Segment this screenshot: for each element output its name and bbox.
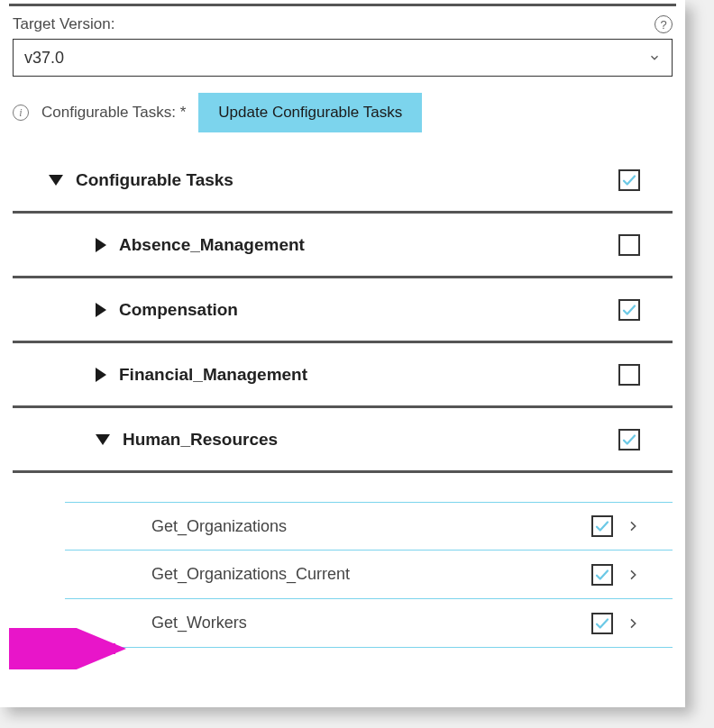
chevron-right-icon[interactable] [626, 515, 640, 537]
tree-item-label: Financial_Management [119, 365, 307, 385]
caret-right-icon[interactable] [96, 368, 106, 382]
help-icon[interactable]: ? [654, 15, 673, 33]
update-configurable-tasks-button[interactable]: Update Configurable Tasks [198, 93, 422, 132]
tree-item-checkbox[interactable] [618, 299, 640, 321]
target-version-select[interactable]: v37.0 [13, 39, 673, 77]
config-panel: Target Version: ? v37.0 i Configurable T… [0, 0, 685, 707]
human-resources-leafs: Get_Organizations Get_Organizations_Curr… [65, 502, 673, 648]
info-icon: i [13, 105, 29, 121]
chevron-down-icon [648, 51, 661, 64]
tree-item-checkbox[interactable] [618, 364, 640, 386]
leaf-get-organizations[interactable]: Get_Organizations [65, 502, 673, 551]
caret-down-icon[interactable] [49, 175, 63, 186]
tree-root-checkbox[interactable] [618, 169, 640, 191]
tree-item-label: Human_Resources [123, 430, 278, 450]
leaf-checkbox[interactable] [591, 613, 613, 634]
leaf-get-organizations-current[interactable]: Get_Organizations_Current [65, 551, 673, 599]
chevron-right-icon[interactable] [626, 564, 640, 586]
tree-item-absence-management[interactable]: Absence_Management [13, 214, 673, 278]
leaf-label: Get_Organizations [151, 517, 287, 536]
leaf-get-workers[interactable]: Get_Workers [65, 599, 673, 648]
configurable-tasks-label: Configurable Tasks: * [41, 104, 186, 122]
tree-item-checkbox[interactable] [618, 429, 640, 450]
tree-item-compensation[interactable]: Compensation [13, 278, 673, 343]
task-tree: Configurable Tasks Absence_Management [0, 149, 685, 648]
chevron-right-icon[interactable] [626, 613, 640, 634]
target-version-label: Target Version: [13, 15, 114, 33]
tree-root-row[interactable]: Configurable Tasks [13, 149, 673, 214]
tree-item-checkbox[interactable] [618, 234, 640, 256]
leaf-checkbox[interactable] [591, 564, 613, 586]
tree-item-label: Absence_Management [119, 235, 305, 255]
caret-down-icon[interactable] [96, 434, 110, 445]
tree-item-label: Compensation [119, 300, 238, 320]
leaf-label: Get_Workers [151, 614, 247, 632]
tree-item-human-resources[interactable]: Human_Resources [13, 408, 673, 473]
leaf-label: Get_Organizations_Current [151, 565, 350, 584]
caret-right-icon[interactable] [96, 238, 106, 252]
tree-root-label: Configurable Tasks [76, 170, 233, 190]
target-version-value: v37.0 [24, 49, 64, 68]
tree-item-financial-management[interactable]: Financial_Management [13, 343, 673, 408]
leaf-checkbox[interactable] [591, 515, 613, 537]
caret-right-icon[interactable] [96, 303, 106, 317]
